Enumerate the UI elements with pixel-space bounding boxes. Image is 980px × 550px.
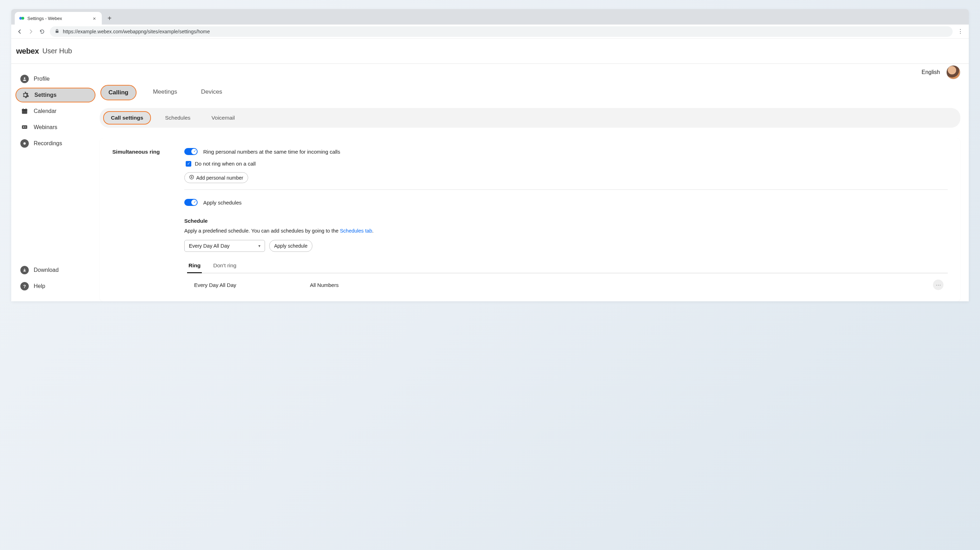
sidebar-item-label: Recordings <box>34 140 62 147</box>
sidebar-item-label: Profile <box>34 76 49 82</box>
webex-favicon-icon <box>19 16 25 21</box>
schedules-tab-link[interactable]: Schedules tab <box>340 228 372 234</box>
new-tab-button[interactable]: + <box>105 13 115 23</box>
lock-icon <box>55 29 59 34</box>
sidebar-item-download[interactable]: Download <box>16 263 95 277</box>
calendar-icon <box>21 107 29 116</box>
main-content: English Calling Meetings Devices Call se… <box>100 64 969 301</box>
forward-button[interactable] <box>27 28 34 35</box>
avatar[interactable] <box>946 65 960 79</box>
apply-schedules-toggle[interactable]: ✓ <box>184 199 197 206</box>
address-bar[interactable]: https://example.webex.com/webappng/sites… <box>50 26 953 37</box>
tab-meetings[interactable]: Meetings <box>146 85 185 100</box>
schedule-numbers: All Numbers <box>310 282 933 288</box>
person-icon <box>21 75 29 83</box>
schedule-name: Every Day All Day <box>194 282 310 288</box>
schedule-heading: Schedule <box>184 218 948 224</box>
primary-tabs: Calling Meetings Devices <box>100 85 960 100</box>
add-personal-number-label: Add personal number <box>196 175 243 181</box>
browser-menu-icon[interactable]: ⋮ <box>957 28 964 35</box>
sidebar: Profile Settings Calendar <box>11 64 100 301</box>
svg-point-1 <box>21 17 24 20</box>
apply-schedules-label: Apply schedules <box>203 200 242 206</box>
schedule-description: Apply a predefined schedule. You can add… <box>184 228 948 234</box>
subtab-call-settings[interactable]: Call settings <box>103 111 151 125</box>
do-not-ring-label: Do not ring when on a call <box>195 161 256 166</box>
sidebar-item-label: Webinars <box>34 124 57 130</box>
sidebar-item-label: Help <box>34 283 45 289</box>
hub-title: User Hub <box>43 47 72 55</box>
sidebar-item-label: Settings <box>34 92 57 98</box>
language-selector[interactable]: English <box>922 69 940 75</box>
address-url: https://example.webex.com/webappng/sites… <box>63 29 210 34</box>
settings-panel: Simultaneous ring ✓ Ring personal number… <box>100 138 960 301</box>
svg-point-9 <box>23 127 24 128</box>
record-icon <box>21 139 29 148</box>
browser-tabstrip: Settings - Webex × + <box>11 9 969 25</box>
sidebar-item-label: Download <box>34 267 59 273</box>
svg-rect-6 <box>23 108 24 110</box>
simring-toggle[interactable]: ✓ <box>184 148 197 155</box>
gear-icon <box>21 91 30 99</box>
app-header: webex User Hub <box>11 39 969 64</box>
sidebar-item-webinars[interactable]: Webinars <box>16 120 95 135</box>
download-icon <box>21 266 29 274</box>
ring-tabs: Ring Don't ring <box>187 260 948 273</box>
divider <box>184 189 948 190</box>
svg-point-10 <box>24 143 25 144</box>
ring-tab[interactable]: Ring <box>187 260 202 273</box>
sidebar-item-settings[interactable]: Settings <box>16 88 95 102</box>
reload-button[interactable] <box>38 28 46 35</box>
schedule-select[interactable]: Every Day All Day ▾ <box>184 240 265 252</box>
schedule-select-value: Every Day All Day <box>189 243 229 249</box>
subtab-schedules[interactable]: Schedules <box>158 112 197 124</box>
dont-ring-tab[interactable]: Don't ring <box>212 260 238 273</box>
sidebar-item-calendar[interactable]: Calendar <box>16 104 95 119</box>
add-personal-number-button[interactable]: Add personal number <box>184 172 248 183</box>
svg-rect-5 <box>22 109 27 110</box>
webinars-icon <box>21 123 29 132</box>
more-options-button[interactable]: ⋯ <box>933 279 943 290</box>
apply-schedule-button[interactable]: Apply schedule <box>269 240 312 252</box>
browser-tab[interactable]: Settings - Webex × <box>15 12 102 25</box>
check-icon: ✓ <box>193 149 196 153</box>
svg-point-3 <box>24 78 25 79</box>
svg-rect-8 <box>22 125 27 129</box>
svg-rect-2 <box>56 30 58 33</box>
schedule-row: Every Day All Day All Numbers ⋯ <box>184 273 948 292</box>
simring-toggle-label: Ring personal numbers at the same time f… <box>203 149 340 155</box>
tab-calling[interactable]: Calling <box>100 85 137 100</box>
sidebar-item-help[interactable]: ? Help <box>16 279 95 293</box>
check-icon: ✓ <box>193 200 196 204</box>
back-button[interactable] <box>16 28 23 35</box>
sidebar-item-profile[interactable]: Profile <box>16 71 95 86</box>
tab-devices[interactable]: Devices <box>194 85 229 100</box>
browser-toolbar: https://example.webex.com/webappng/sites… <box>11 25 969 39</box>
sidebar-item-label: Calendar <box>34 108 57 114</box>
subtab-voicemail[interactable]: Voicemail <box>205 112 242 124</box>
webex-logo: webex <box>16 47 39 56</box>
svg-rect-7 <box>25 108 26 110</box>
simultaneous-ring-label: Simultaneous ring <box>112 148 184 155</box>
help-icon: ? <box>21 282 29 290</box>
do-not-ring-checkbox[interactable]: ✓ <box>186 161 191 166</box>
sidebar-item-recordings[interactable]: Recordings <box>16 136 95 151</box>
sub-tabs: Call settings Schedules Voicemail <box>100 108 960 128</box>
chevron-down-icon: ▾ <box>258 243 261 248</box>
plus-circle-icon <box>189 175 194 181</box>
close-tab-icon[interactable]: × <box>91 15 97 21</box>
browser-tab-title: Settings - Webex <box>27 16 89 21</box>
